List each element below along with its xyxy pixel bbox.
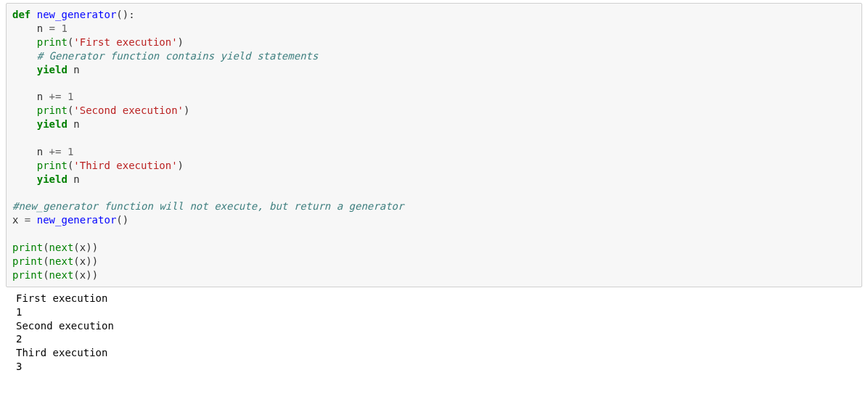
paren-open: ( xyxy=(116,214,122,226)
indent xyxy=(12,104,37,116)
paren-close: ) xyxy=(86,269,91,281)
fn-call: new_generator xyxy=(37,214,117,226)
paren-close: ) xyxy=(184,104,189,116)
output-line: 3 xyxy=(16,361,22,372)
code-cell-output: First execution 1 Second execution 2 Thi… xyxy=(6,287,862,378)
string-second: 'Second execution' xyxy=(73,104,184,116)
builtin-print: print xyxy=(12,269,43,281)
builtin-next: next xyxy=(49,269,74,281)
paren-close: ) xyxy=(86,255,91,267)
num-1: 1 xyxy=(67,146,73,157)
keyword-def: def xyxy=(12,9,30,20)
var-x: x xyxy=(80,269,86,281)
builtin-print: print xyxy=(37,36,67,48)
var-n: n xyxy=(37,91,43,102)
code-cell-input: def new_generator(): n = 1 print('First … xyxy=(6,3,862,287)
output-line: 1 xyxy=(16,306,22,318)
builtin-print: print xyxy=(12,242,43,253)
paren-open: ( xyxy=(116,9,122,20)
op-plus-eq: += xyxy=(43,91,67,102)
num-1: 1 xyxy=(67,91,73,102)
num-1: 1 xyxy=(61,22,67,34)
op-assign: = xyxy=(43,22,61,34)
paren-open: ( xyxy=(73,255,79,267)
paren-close: ) xyxy=(178,160,184,171)
indent xyxy=(12,118,37,130)
paren-close: ) xyxy=(92,242,98,253)
var-x: x xyxy=(80,255,86,267)
output-line: First execution xyxy=(16,292,107,304)
var-n: n xyxy=(37,146,43,157)
string-first: 'First execution' xyxy=(73,36,177,48)
paren-close: ) xyxy=(92,269,98,281)
output-line: Third execution xyxy=(16,347,107,358)
comment-generator: #new_generator function will not execute… xyxy=(12,200,404,212)
paren-open: ( xyxy=(43,242,49,253)
var-n: n xyxy=(37,22,43,34)
paren-open: ( xyxy=(43,269,49,281)
function-name: new_generator xyxy=(37,9,117,20)
comment-yield: # Generator function contains yield stat… xyxy=(37,50,319,62)
keyword-yield: yield xyxy=(37,173,67,185)
op-assign: = xyxy=(18,214,36,226)
indent xyxy=(12,173,37,185)
output-line: 2 xyxy=(16,333,22,345)
paren-open: ( xyxy=(73,269,79,281)
code-block: def new_generator(): n = 1 print('First … xyxy=(12,8,856,282)
var-x: x xyxy=(80,242,86,253)
builtin-print: print xyxy=(12,255,43,267)
var-n: n xyxy=(73,173,79,185)
indent xyxy=(12,36,37,48)
indent xyxy=(12,160,37,171)
builtin-next: next xyxy=(49,255,74,267)
paren-close: ) xyxy=(92,255,98,267)
var-n: n xyxy=(73,64,79,75)
output-line: Second execution xyxy=(16,320,114,332)
paren-open: ( xyxy=(73,242,79,253)
indent xyxy=(12,91,37,102)
keyword-yield: yield xyxy=(37,118,67,130)
paren-close: ) xyxy=(123,9,128,20)
paren-close: ) xyxy=(123,214,128,226)
keyword-yield: yield xyxy=(37,64,67,75)
indent xyxy=(12,146,37,157)
paren-open: ( xyxy=(43,255,49,267)
paren-close: ) xyxy=(86,242,91,253)
indent xyxy=(12,50,37,62)
var-n: n xyxy=(73,118,79,130)
colon: : xyxy=(128,9,134,20)
builtin-print: print xyxy=(37,160,67,171)
string-third: 'Third execution' xyxy=(73,160,177,171)
builtin-next: next xyxy=(49,242,74,253)
indent xyxy=(12,22,37,34)
paren-close: ) xyxy=(178,36,184,48)
op-plus-eq: += xyxy=(43,146,67,157)
indent xyxy=(12,64,37,75)
builtin-print: print xyxy=(37,104,67,116)
